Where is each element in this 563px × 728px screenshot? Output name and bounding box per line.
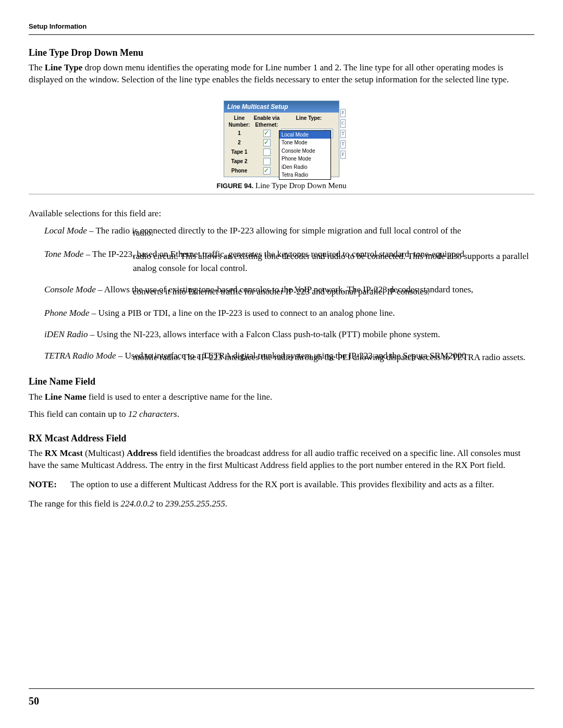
side-input-boxes: F C T T F xyxy=(340,109,345,161)
checkbox-icon[interactable] xyxy=(263,167,271,175)
figure-94: Line Multicast Setup Line Number: Enable… xyxy=(29,101,534,191)
running-header: Setup Information xyxy=(29,22,534,31)
dropdown-option[interactable]: Tetra Radio xyxy=(279,171,331,179)
paragraph-line-type-intro: The Line Type drop down menu identifies … xyxy=(29,62,534,86)
heading-line-type: Line Type Drop Down Menu xyxy=(29,46,534,59)
list-item: Console Mode – Allows the use of existin… xyxy=(44,284,534,298)
header-rule xyxy=(29,34,534,35)
page-number: 50 xyxy=(29,694,534,708)
page-footer: 50 xyxy=(29,684,534,709)
dropdown-option[interactable]: Console Mode xyxy=(279,147,331,155)
heading-rx-mcast: RX Mcast Address Field xyxy=(29,432,534,445)
note-text: The option to use a different Multicast … xyxy=(70,479,534,491)
page: Setup Information Line Type Drop Down Me… xyxy=(0,0,563,728)
paragraph-rx-range: The range for this field is 224.0.0.2 to… xyxy=(29,498,534,510)
paragraph-line-name-1: The Line Name field is used to enter a d… xyxy=(29,391,534,403)
line-type-dropdown[interactable]: Local Mode Tone Mode Console Mode Phone … xyxy=(279,130,331,180)
heading-line-name: Line Name Field xyxy=(29,375,534,388)
paragraph-rx-mcast-1: The RX Mcast (Multicast) Address field i… xyxy=(29,448,534,472)
checkbox-icon[interactable] xyxy=(263,130,271,137)
list-item: TETRA Radio Mode – Used to interface to … xyxy=(44,350,534,364)
dropdown-option[interactable]: Local Mode xyxy=(279,131,331,139)
dialog-line-multicast-setup: Line Multicast Setup Line Number: Enable… xyxy=(224,101,339,177)
dialog-title: Line Multicast Setup xyxy=(224,101,339,113)
dropdown-option[interactable]: Tone Mode xyxy=(279,139,331,147)
note-block: NOTE: The option to use a different Mult… xyxy=(29,479,534,491)
figure-caption: FIGURE 94. Line Type Drop Down Menu xyxy=(29,180,534,191)
mode-definition-list: Local Mode – The radio is connected dire… xyxy=(44,225,534,364)
list-item: Phone Mode – Using a PIB or TDI, a line … xyxy=(44,307,534,319)
checkbox-icon[interactable] xyxy=(263,149,271,156)
list-item: Tone Mode – The IP-223, based on Etherne… xyxy=(44,249,534,275)
checkbox-icon[interactable] xyxy=(263,158,271,165)
figure-rule xyxy=(29,194,534,194)
paragraph-available-selections: Available selections for this field are: xyxy=(29,208,534,220)
table-header: Line Number: Enable via Ethernet: Line T… xyxy=(226,115,337,129)
checkbox-icon[interactable] xyxy=(263,139,271,146)
list-item: iDEN Radio – Using the NI-223, allows in… xyxy=(44,329,534,341)
list-item: Local Mode – The radio is connected dire… xyxy=(44,225,534,239)
note-label: NOTE: xyxy=(29,479,70,491)
paragraph-line-name-2: This field can contain up to 12 characte… xyxy=(29,409,534,421)
dropdown-option[interactable]: Phone Mode xyxy=(279,155,331,163)
dropdown-option[interactable]: iDen Radio xyxy=(279,163,331,171)
